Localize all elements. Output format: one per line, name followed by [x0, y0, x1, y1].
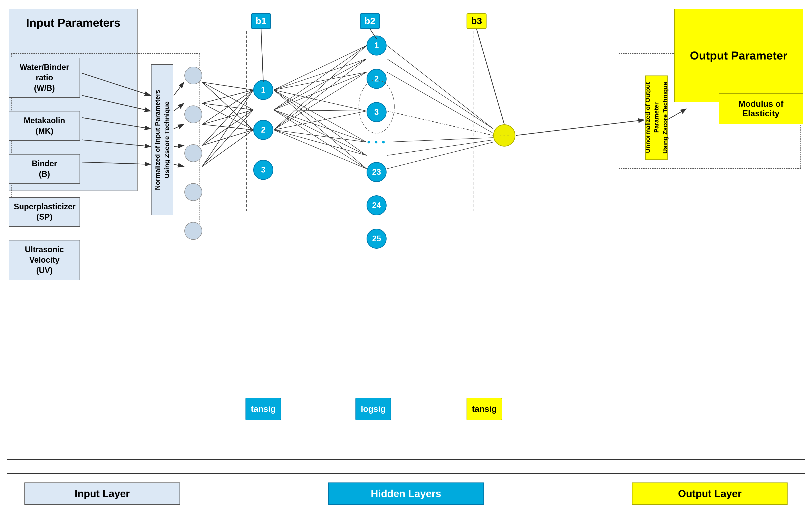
norm-box: Normalized of Input ParametersUsing Zsco… — [151, 64, 173, 215]
input-label-sp: Superplasticizer(SP) — [9, 197, 80, 227]
legend-output-layer: Output Layer — [632, 483, 788, 505]
activation-logsig-label: logsig — [361, 404, 386, 414]
hidden2-neuron-3: 3 — [366, 102, 386, 122]
hidden1-area: 1 2 3 — [253, 80, 273, 180]
activation-tansig-2: tansig — [466, 398, 502, 420]
legend-hidden-layers: Hidden Layers — [328, 483, 484, 505]
input-label-wb: Water/Binder ratio(W/B) — [9, 58, 80, 98]
activation-logsig: logsig — [355, 398, 391, 420]
output-neuron: - - - — [493, 124, 515, 147]
hidden2-area: 1 2 3 • • • 23 24 25 — [366, 35, 386, 249]
hidden2-neuron-2: 2 — [366, 69, 386, 89]
input-circle-4 — [184, 183, 202, 201]
hidden2-dots: • • • — [366, 135, 386, 149]
legend-input-label: Input Layer — [75, 488, 130, 500]
unnorm-text: Unnormalized of Output ParameterUsing Zs… — [643, 76, 669, 159]
input-circle-5 — [184, 222, 202, 240]
hidden2-neuron-23: 23 — [366, 162, 386, 182]
bias-b2: b2 — [360, 13, 380, 29]
output-neuron-symbol: - - - — [500, 132, 509, 139]
bias-b3-label: b3 — [471, 16, 482, 26]
norm-text: Normalized of Input ParametersUsing Zsco… — [153, 90, 172, 190]
input-params-title: Input Parameters — [26, 16, 121, 29]
bias-b3: b3 — [466, 13, 486, 29]
legend-output-label: Output Layer — [678, 488, 741, 500]
hidden2-neuron-24: 24 — [366, 196, 386, 215]
hidden1-neuron-1: 1 — [253, 80, 273, 100]
legend-area: Input Layer Hidden Layers Output Layer — [7, 473, 805, 513]
hidden1-neuron-3: 3 — [253, 160, 273, 180]
output-params-box: Output Parameter — [674, 9, 803, 102]
hidden2-neuron-1: 1 — [366, 35, 386, 55]
modulus-box: Modulus of Elasticity — [719, 93, 803, 124]
unnorm-box: Unnormalized of Output ParameterUsing Zs… — [645, 76, 667, 160]
bias-b2-label: b2 — [364, 16, 375, 26]
main-container: Input Parameters Water/Binder ratio(W/B)… — [0, 0, 812, 520]
legend-input-layer: Input Layer — [24, 483, 180, 505]
output-params-title: Output Parameter — [690, 49, 787, 62]
input-circle-1 — [184, 67, 202, 84]
input-circle-2 — [184, 105, 202, 123]
bias-b1: b1 — [251, 13, 271, 29]
input-circles — [184, 67, 202, 240]
modulus-text: Modulus of Elasticity — [719, 99, 803, 118]
hidden1-neuron-2: 2 — [253, 120, 273, 140]
input-label-uv: Ultrasonic Velocity(UV) — [9, 240, 80, 280]
activation-tansig-1-label: tansig — [251, 404, 276, 414]
input-labels-area: Water/Binder ratio(W/B) Metakaolin(MK) B… — [9, 58, 80, 280]
bias-b1-label: b1 — [255, 16, 267, 26]
activation-tansig-2-label: tansig — [472, 404, 497, 414]
input-label-b: Binder(B) — [9, 154, 80, 184]
hidden2-neuron-25: 25 — [366, 229, 386, 249]
legend-hidden-label: Hidden Layers — [371, 488, 441, 500]
activation-tansig-1: tansig — [246, 398, 281, 420]
input-label-mk: Metakaolin(MK) — [9, 111, 80, 141]
input-circle-3 — [184, 144, 202, 162]
